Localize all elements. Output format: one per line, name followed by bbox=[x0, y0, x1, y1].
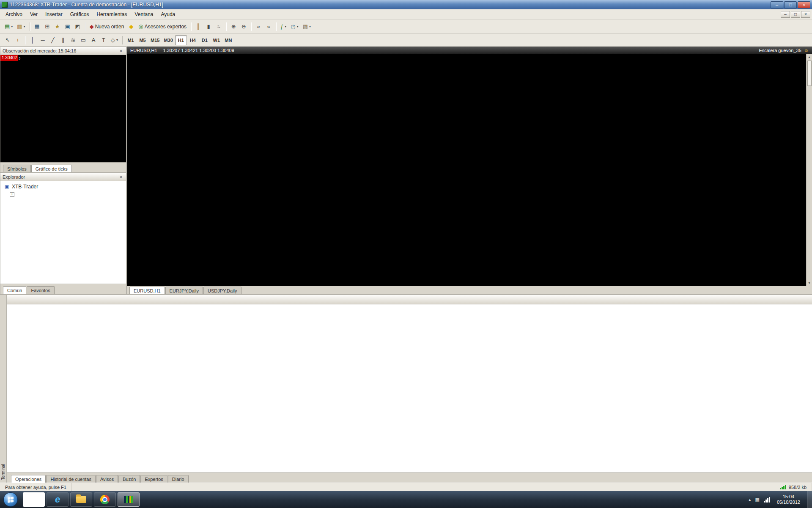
navigator-tree: ▣XTB-Trader+ bbox=[0, 181, 126, 284]
scrollbar-thumb[interactable] bbox=[807, 61, 812, 86]
navigator-titlebar[interactable]: Explorador × bbox=[0, 173, 126, 181]
crosshair-button[interactable]: + bbox=[13, 35, 23, 45]
menu-graficos[interactable]: Gráficos bbox=[66, 10, 93, 19]
timeframe-w1[interactable]: W1 bbox=[211, 35, 222, 45]
tree-root[interactable]: ▣XTB-Trader bbox=[0, 182, 126, 190]
market-watch-titlebar[interactable]: Observación del mercado: 15:04:16 × bbox=[0, 47, 126, 55]
market-watch-toggle[interactable]: ▦ bbox=[32, 22, 42, 32]
expert-advisors-button[interactable]: ◎Asesores expertos bbox=[136, 22, 189, 32]
market-watch-close-icon[interactable]: × bbox=[118, 48, 124, 54]
tick-chart-panel[interactable]: EURUSD 1.30402 bbox=[0, 55, 126, 163]
text-button[interactable]: A bbox=[88, 35, 99, 45]
scroll-up-icon[interactable]: ▴ bbox=[808, 54, 810, 60]
terminal-side-tab[interactable]: Terminal bbox=[0, 295, 7, 483]
navigator-toggle[interactable]: ★ bbox=[52, 22, 63, 32]
terminal-tab-historial-de-cuentas[interactable]: Historial de cuentas bbox=[46, 475, 96, 483]
new-order-button[interactable]: ◆Nueva orden bbox=[88, 22, 126, 32]
terminal-tab-operaciones[interactable]: Operaciones bbox=[11, 475, 46, 483]
ea-enabled-icon[interactable]: ☺ bbox=[804, 48, 809, 53]
taskbar-explorer-button[interactable] bbox=[70, 492, 92, 507]
data-window-toggle[interactable]: ⊞ bbox=[42, 22, 52, 32]
taskbar-ie-button[interactable] bbox=[47, 492, 69, 507]
terminal-tab-diario[interactable]: Diario bbox=[168, 475, 189, 483]
timeframe-m15[interactable]: M15 bbox=[148, 35, 162, 45]
scroll-down-icon[interactable]: ▾ bbox=[808, 280, 810, 286]
tray-expand-icon[interactable]: ▴ bbox=[749, 497, 751, 502]
menu-ver[interactable]: Ver bbox=[26, 10, 41, 19]
zoom-out-button[interactable]: ⊖ bbox=[239, 22, 249, 32]
taskbar-chrome-button[interactable] bbox=[94, 492, 116, 507]
taskbar-mt4-button[interactable] bbox=[118, 492, 140, 507]
market-watch-tab-simbolos[interactable]: Símbolos bbox=[3, 165, 31, 172]
terminal-tab-buzon[interactable]: Buzón bbox=[118, 475, 140, 483]
templates-dropdown[interactable]: ▧▾ bbox=[301, 22, 313, 32]
shapes-button[interactable]: ▭ bbox=[78, 35, 88, 45]
tree-item-cuentas[interactable]: + bbox=[0, 190, 126, 199]
vertical-line-button[interactable]: │ bbox=[27, 35, 38, 45]
menu-herramientas[interactable]: Herramientas bbox=[93, 10, 131, 19]
menu-ayuda[interactable]: Ayuda bbox=[157, 10, 179, 19]
taskbar-clock[interactable]: 15:04 05/10/2012 bbox=[774, 494, 803, 505]
navigator-tab-favoritos[interactable]: Favoritos bbox=[27, 286, 54, 294]
terminal-tab-avisos[interactable]: Avisos bbox=[96, 475, 118, 483]
terminal-tab-expertos[interactable]: Expertos bbox=[140, 475, 167, 483]
chart-tab-usdjpy-daily[interactable]: USDJPY,Daily bbox=[203, 287, 241, 294]
chart-window-titlebar[interactable]: EURUSD,H1 1.30207 1.30421 1.30200 1.3040… bbox=[127, 47, 812, 54]
arrows-dropdown[interactable]: ◇▾ bbox=[109, 35, 120, 45]
menu-archivo[interactable]: Archivo bbox=[2, 10, 26, 19]
chart-scrollbar[interactable]: ▴ ▾ bbox=[806, 54, 812, 286]
timeframe-m5[interactable]: M5 bbox=[137, 35, 148, 45]
maximize-button[interactable]: □ bbox=[784, 1, 797, 8]
mdi-minimize-button[interactable]: – bbox=[781, 11, 790, 18]
market-watch-tab-grafico-de-ticks[interactable]: Gráfico de ticks bbox=[31, 165, 72, 172]
window-titlebar[interactable]: 1122364368: XTB-Trader - Cuenta de demos… bbox=[0, 0, 812, 9]
candles-mode-button[interactable]: ▮ bbox=[203, 22, 214, 32]
menu-ventana[interactable]: Ventana bbox=[131, 10, 157, 19]
line-mode-button[interactable]: ≈ bbox=[214, 22, 224, 32]
chart-tab-eurusd-h1[interactable]: EURUSD,H1 bbox=[129, 287, 165, 294]
navigator-tab-comun[interactable]: Común bbox=[3, 286, 26, 294]
expand-icon[interactable]: + bbox=[10, 192, 14, 197]
channel-button[interactable]: ∥ bbox=[58, 35, 68, 45]
mdi-close-button[interactable]: × bbox=[801, 11, 810, 18]
navigator-close-icon[interactable]: × bbox=[118, 174, 124, 180]
trendline-button[interactable]: ╱ bbox=[48, 35, 58, 45]
left-panels: Observación del mercado: 15:04:16 × EURU… bbox=[0, 47, 127, 294]
strategy-tester-toggle[interactable]: ◩ bbox=[73, 22, 83, 32]
timeframe-m1[interactable]: M1 bbox=[125, 35, 137, 45]
periods-dropdown[interactable]: ◷▾ bbox=[288, 22, 300, 32]
tray-app-icon[interactable]: ▦ bbox=[755, 497, 760, 502]
chart-shift-button[interactable]: « bbox=[263, 22, 274, 32]
experts-warning-icon[interactable]: ◆ bbox=[126, 22, 136, 32]
new-chart-button[interactable]: ▤▾ bbox=[3, 22, 15, 32]
label-button[interactable]: T bbox=[99, 35, 109, 45]
cursor-button[interactable]: ↖ bbox=[3, 35, 13, 45]
caret-down-icon: ▾ bbox=[297, 25, 299, 28]
navigator-panel: Explorador × ▣XTB-Trader+ ComúnFavoritos bbox=[0, 173, 126, 294]
timeframe-h4[interactable]: H4 bbox=[187, 35, 199, 45]
fibonacci-button[interactable]: ≋ bbox=[68, 35, 78, 45]
mdi-restore-button[interactable]: □ bbox=[791, 11, 800, 18]
close-button[interactable]: × bbox=[798, 1, 810, 8]
timeframe-mn[interactable]: MN bbox=[222, 35, 234, 45]
horizontal-line-button[interactable]: ─ bbox=[38, 35, 48, 45]
timeframe-m30[interactable]: M30 bbox=[162, 35, 175, 45]
bars-mode-button[interactable]: ║ bbox=[193, 22, 203, 32]
profiles-button[interactable]: ▥▾ bbox=[15, 22, 27, 32]
terminal-toggle[interactable]: ▣ bbox=[63, 22, 73, 32]
indicators-dropdown[interactable]: ƒ▾ bbox=[278, 22, 288, 32]
timeframe-h1[interactable]: H1 bbox=[175, 35, 187, 45]
menu-insertar[interactable]: Insertar bbox=[41, 10, 66, 19]
templates-dropdown-icon: ▧ bbox=[303, 24, 308, 29]
chart-plot-area[interactable] bbox=[127, 54, 806, 286]
minimize-button[interactable]: – bbox=[771, 1, 783, 8]
zoom-in-button[interactable]: ⊕ bbox=[228, 22, 239, 32]
start-button[interactable] bbox=[3, 492, 18, 507]
auto-scroll-button[interactable]: » bbox=[253, 22, 263, 32]
chart-tab-bar: EURUSD,H1EURJPY,DailyUSDJPY,Daily bbox=[127, 286, 812, 294]
taskbar-google-button[interactable] bbox=[23, 492, 45, 507]
network-icon[interactable] bbox=[764, 497, 770, 502]
timeframe-d1[interactable]: D1 bbox=[199, 35, 211, 45]
chart-tab-eurjpy-daily[interactable]: EURJPY,Daily bbox=[165, 287, 203, 294]
show-desktop-button[interactable] bbox=[807, 491, 812, 508]
